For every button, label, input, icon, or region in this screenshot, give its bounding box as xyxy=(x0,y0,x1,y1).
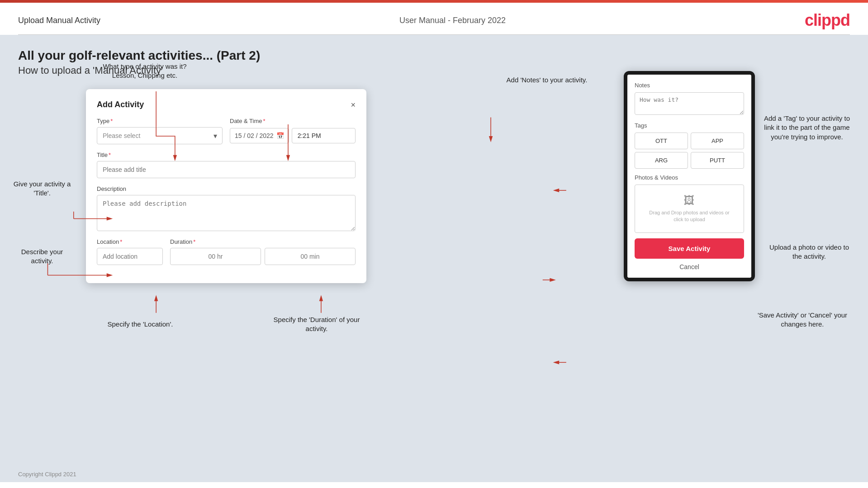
annotation-tags: Add a 'Tag' to your activity to link it … xyxy=(759,114,854,142)
duration-label-field: Duration* xyxy=(170,238,356,245)
duration-hr-input[interactable] xyxy=(170,248,261,265)
calendar-icon: 📅 xyxy=(276,132,284,139)
close-button[interactable]: × xyxy=(351,101,356,109)
svg-marker-13 xyxy=(319,295,323,301)
title-group: Title* xyxy=(97,152,356,178)
tag-ott[interactable]: OTT xyxy=(635,133,688,149)
logo: clippd xyxy=(805,11,850,30)
save-activity-button[interactable]: Save Activity xyxy=(635,238,744,259)
header: Upload Manual Activity User Manual - Feb… xyxy=(0,3,868,34)
duration-group: Duration* xyxy=(170,238,356,265)
dialog-header: Add Activity × xyxy=(97,100,356,109)
svg-marker-11 xyxy=(154,295,158,301)
tags-section-label: Tags xyxy=(635,122,744,129)
type-date-row: Type* Please select Date & Time* 15 / 02… xyxy=(97,118,356,144)
description-input[interactable] xyxy=(97,195,356,231)
main-content: All your golf-relevant activities... (Pa… xyxy=(0,35,868,482)
page-title: Upload Manual Activity xyxy=(18,16,100,25)
section-title: All your golf-relevant activities... (Pa… xyxy=(18,48,850,63)
svg-marker-15 xyxy=(489,136,493,142)
annotation-photo: Upload a photo or video to the activity. xyxy=(764,243,854,261)
phone-mockup: Notes Tags OTT APP ARG PUTT Photos & Vid… xyxy=(624,71,755,281)
document-title: User Manual - February 2022 xyxy=(399,16,506,25)
photo-upload-area[interactable]: 🖼 Drag and Drop photos and videos or cli… xyxy=(635,185,744,233)
tag-arg[interactable]: ARG xyxy=(635,152,688,169)
notes-section-label: Notes xyxy=(635,82,744,89)
photo-icon: 🖼 xyxy=(644,194,735,207)
duration-min-input[interactable] xyxy=(265,248,356,265)
title-label-field: Title* xyxy=(97,152,356,158)
date-value: 15 / 02 / 2022 xyxy=(235,132,274,139)
type-label: Type* xyxy=(97,118,223,124)
type-select[interactable]: Please select xyxy=(97,127,223,144)
annotation-title: Give your activity a 'Title'. xyxy=(13,180,71,198)
title-input[interactable] xyxy=(97,161,356,178)
location-group: Location* xyxy=(97,238,163,265)
cancel-link[interactable]: Cancel xyxy=(635,263,744,270)
time-field[interactable]: 2:21 PM xyxy=(292,128,356,143)
location-duration-row: Location* Duration* xyxy=(97,238,356,265)
photo-upload-text: Drag and Drop photos and videos or click… xyxy=(644,209,735,223)
copyright: Copyright Clippd 2021 xyxy=(18,471,76,478)
date-label: Date & Time* xyxy=(230,118,356,124)
annotation-description: Describe your activity. xyxy=(13,247,71,266)
description-group: Description xyxy=(97,185,356,231)
photos-section-label: Photos & Videos xyxy=(635,174,744,181)
svg-marker-21 xyxy=(553,360,560,364)
notes-input[interactable] xyxy=(635,92,744,115)
phone-inner: Notes Tags OTT APP ARG PUTT Photos & Vid… xyxy=(627,75,751,278)
tag-app[interactable]: APP xyxy=(691,133,744,149)
tag-putt[interactable]: PUTT xyxy=(691,152,744,169)
annotation-notes: Add 'Notes' to your activity. xyxy=(506,76,588,85)
svg-marker-19 xyxy=(550,278,556,282)
annotation-save: 'Save Activity' or 'Cancel' your changes… xyxy=(750,311,854,329)
location-input[interactable] xyxy=(97,248,163,265)
location-label-field: Location* xyxy=(97,238,163,245)
date-time-group: Date & Time* 15 / 02 / 2022 📅 2:21 PM xyxy=(230,118,356,144)
date-field[interactable]: 15 / 02 / 2022 📅 xyxy=(230,128,289,143)
description-label-field: Description xyxy=(97,185,356,192)
svg-marker-17 xyxy=(553,189,560,192)
date-input-group: 15 / 02 / 2022 📅 2:21 PM xyxy=(230,127,356,144)
annotation-duration: Specify the 'Duration' of your activity. xyxy=(271,315,362,334)
tags-grid: OTT APP ARG PUTT xyxy=(635,133,744,169)
annotation-location: Specify the 'Location'. xyxy=(100,320,181,329)
annotation-activity-type: What type of activity was it? Lesson, Ch… xyxy=(100,62,190,81)
duration-inputs xyxy=(170,248,356,265)
add-activity-dialog: Add Activity × Type* Please select Date … xyxy=(86,89,366,283)
type-select-wrapper: Please select xyxy=(97,127,223,144)
dialog-title: Add Activity xyxy=(97,100,144,109)
type-group: Type* Please select xyxy=(97,118,223,144)
